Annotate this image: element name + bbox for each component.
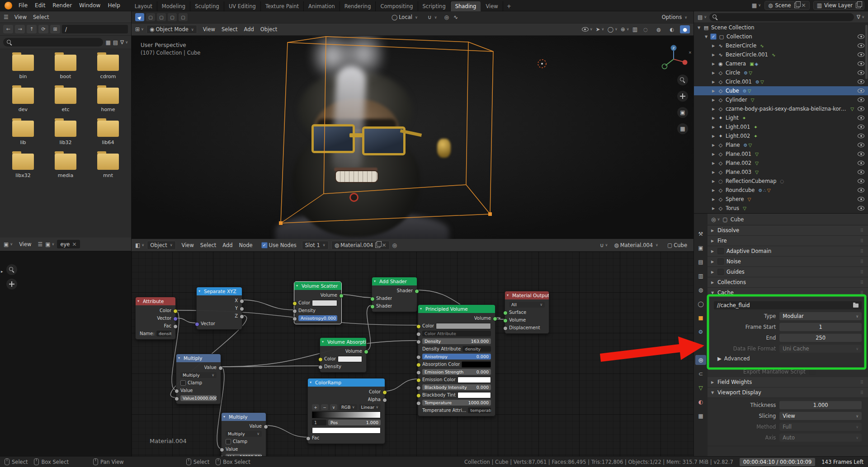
outliner-row-circle-001[interactable]: ▶◇Circle.001⚙▽ xyxy=(694,77,868,86)
node-row[interactable]: +−∨RGB∨Linear∨ xyxy=(308,403,385,411)
workspace-tab-compositing[interactable]: Compositing xyxy=(376,1,418,11)
outliner-row-beziercircle-001[interactable]: ▶∿BezierCircle.001∿ xyxy=(694,50,868,59)
workspace-tab-shading[interactable]: Shading xyxy=(451,1,481,11)
disclosure-icon[interactable]: ▶ xyxy=(711,53,716,57)
node-row[interactable]: Vector xyxy=(136,314,175,322)
panel-checkbox[interactable] xyxy=(717,258,724,265)
node-row[interactable]: Emission Color xyxy=(418,376,495,383)
node-row[interactable]: Y xyxy=(197,304,242,312)
node-row[interactable]: Absorption Color xyxy=(418,360,495,368)
node-colorramp[interactable]: ColorRampColorAlpha+−∨RGB∨Linear∨1Pos1.0… xyxy=(307,378,385,444)
node-separate-xyz[interactable]: Separate XYZXYZVector xyxy=(196,287,242,330)
node-row[interactable]: Color xyxy=(294,299,341,307)
material-selector[interactable]: ◍ Material.004 ✕ xyxy=(331,241,390,250)
node-math-multiply-1[interactable]: MultiplyValueMultiply∨ClampValueValue100… xyxy=(176,354,221,404)
panel-header-viewport-display[interactable]: ▼Viewport Display⠿ xyxy=(708,388,868,398)
mode-dropdown[interactable]: ◉Object Mode∨ xyxy=(146,25,197,34)
disclosure-icon[interactable]: ▶ xyxy=(711,80,716,84)
outliner-row-light-002[interactable]: ▶✦Light.002✦ xyxy=(694,131,868,140)
unlink-icon[interactable]: ✕ xyxy=(382,243,386,248)
hamburger-icon[interactable]: ☰ xyxy=(38,242,43,247)
disclosure-icon[interactable]: ▶ xyxy=(711,152,716,156)
node-socket[interactable] xyxy=(292,317,297,321)
editor-type-shader-icon[interactable]: ◧∨ xyxy=(135,243,144,248)
node-row[interactable]: Fac xyxy=(136,322,175,330)
shader-type-dropdown[interactable]: Object∨ xyxy=(147,241,175,250)
menu-help[interactable]: Help xyxy=(104,1,123,10)
hamburger-icon[interactable]: ☰ xyxy=(4,14,9,20)
node-row[interactable]: Z xyxy=(197,312,242,320)
node-socket[interactable] xyxy=(416,393,421,398)
new-folder-button[interactable]: ⊞ xyxy=(50,25,60,33)
disclosure-icon[interactable]: ▶ xyxy=(711,161,716,165)
options-dropdown[interactable]: Options∨ xyxy=(659,13,690,21)
node-row[interactable]: Density xyxy=(320,363,366,370)
node-socket[interactable] xyxy=(370,304,375,309)
editor-type-outliner-icon[interactable]: ▤∨ xyxy=(698,14,707,20)
add-workspace-button[interactable]: + xyxy=(503,1,515,11)
workspace-tab-rendering[interactable]: Rendering xyxy=(340,1,376,11)
use-nodes-checkbox[interactable]: ✓Use Nodes xyxy=(259,241,299,249)
node-row[interactable]: 1Pos1.000 xyxy=(308,419,385,426)
node-row[interactable]: Vector xyxy=(197,320,242,327)
gizmo-toggle-4[interactable]: ▢ xyxy=(179,13,188,21)
menu-window[interactable]: Window xyxy=(75,1,104,10)
node-row[interactable]: Clamp xyxy=(176,379,221,387)
visibility-eye-icon[interactable] xyxy=(858,89,864,93)
node-slider[interactable]: Blackbody Intensity0.000 xyxy=(422,384,491,390)
viewport-canvas[interactable]: User Perspective (107) Collection | Cube xyxy=(132,36,693,239)
properties-tab-render[interactable]: ▣ xyxy=(695,243,706,253)
visibility-eye-icon[interactable] xyxy=(858,143,864,147)
disclosure-icon[interactable]: ▶ xyxy=(711,98,716,102)
text-field[interactable]: density xyxy=(156,331,171,336)
properties-tab-output[interactable]: ▤ xyxy=(695,257,706,267)
disclosure-icon[interactable]: ▶ xyxy=(711,143,716,147)
node-row[interactable]: Multiply∨ xyxy=(176,371,221,379)
pin-icon[interactable]: ◎ xyxy=(392,243,397,248)
node-socket[interactable] xyxy=(416,401,421,406)
node-socket[interactable] xyxy=(416,355,421,360)
node-attribute[interactable]: AttributeColorVectorFacName:density xyxy=(135,297,176,340)
view-layer-selector[interactable]: ▥ View Layer xyxy=(813,1,864,10)
outliner-row-sphere[interactable]: ▶◇Sphere▽ xyxy=(694,195,868,204)
outliner-row-camera[interactable]: ▶◉Camera▣◈ xyxy=(694,59,868,68)
node-socket[interactable] xyxy=(318,357,323,362)
node-slider[interactable]: Temperature1000.000 xyxy=(422,400,491,406)
node-row[interactable]: Shader xyxy=(372,294,417,302)
ramp-button[interactable]: − xyxy=(321,404,328,410)
node-socket[interactable] xyxy=(195,322,199,327)
outliner-row-scene-collection[interactable]: ▼▤Scene Collection xyxy=(694,23,868,32)
node-row[interactable]: Volume xyxy=(418,314,495,322)
snap-node-icon[interactable]: ∪∨ xyxy=(600,243,608,248)
disclosure-icon[interactable]: ▶ xyxy=(711,71,716,75)
forward-button[interactable]: → xyxy=(15,25,25,33)
visibility-eye-icon[interactable] xyxy=(858,161,864,165)
prop-number-frame-start[interactable]: 1 xyxy=(779,323,862,331)
panel-checkbox[interactable] xyxy=(717,248,724,254)
folder-item-home[interactable]: home xyxy=(87,88,129,112)
node-volume-absorption[interactable]: Volume AbsorptionVolumeColorDensity xyxy=(320,337,367,373)
node-row[interactable]: Blackbody Intensity0.000 xyxy=(418,383,495,391)
menu-select[interactable]: Select xyxy=(218,25,241,33)
node-socket[interactable] xyxy=(416,370,421,375)
menu-node[interactable]: Node xyxy=(236,241,256,249)
shading-rendered-button[interactable]: ● xyxy=(680,25,690,33)
node-row[interactable]: Emission Strength0.000 xyxy=(418,368,495,376)
node-row[interactable]: All∨ xyxy=(505,301,549,308)
menu-select[interactable]: Select xyxy=(197,241,219,249)
node-socket[interactable] xyxy=(503,318,508,323)
node-socket[interactable] xyxy=(173,317,178,321)
ramp-button[interactable]: ∨ xyxy=(330,404,337,410)
node-row[interactable]: Value10000.000 xyxy=(176,394,221,402)
close-icon[interactable]: ✕ xyxy=(802,3,806,8)
node-row[interactable] xyxy=(308,411,385,419)
workspace-tab-scripting[interactable]: Scripting xyxy=(418,1,451,11)
image-editor-type-icon[interactable]: ▣∨ xyxy=(4,242,13,247)
disclosure-icon[interactable]: ▶ xyxy=(711,188,716,192)
node-socket[interactable] xyxy=(416,378,421,383)
disclosure-icon[interactable]: ▶ xyxy=(711,134,716,138)
panel-header-fire[interactable]: ▶Fire⠿ xyxy=(708,236,868,246)
zoom-button[interactable] xyxy=(677,75,688,85)
node-socket[interactable] xyxy=(318,365,323,369)
node-row[interactable]: Color Attribute xyxy=(418,330,495,337)
